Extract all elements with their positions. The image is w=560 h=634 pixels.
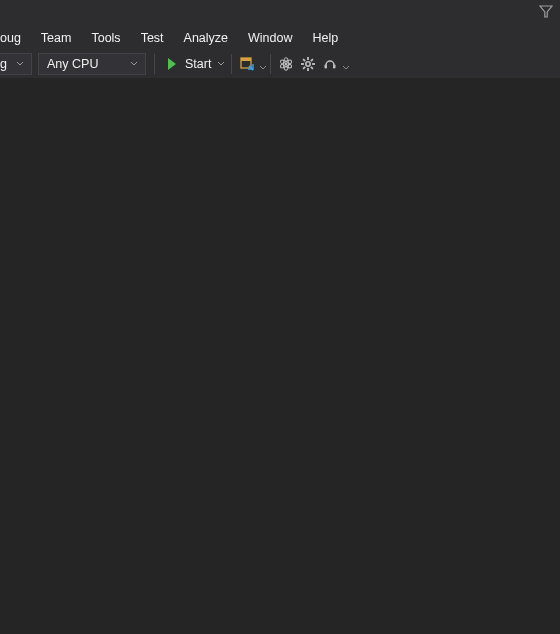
menu-label: oug [0,31,21,45]
svg-point-5 [285,63,288,66]
menu-label: Test [141,31,164,45]
menu-label: Help [313,31,339,45]
gear-icon [300,56,316,72]
svg-rect-1 [241,58,251,61]
menu-label: Team [41,31,72,45]
menu-window[interactable]: Window [238,28,302,48]
svg-rect-8 [308,68,310,71]
menu-label: Window [248,31,292,45]
separator [270,54,271,74]
menu-debug[interactable]: oug [0,28,31,48]
svg-rect-14 [311,66,314,69]
menu-bar: oug Team Tools Test Analyze Window Help [0,25,560,50]
overflow-caret[interactable] [341,53,351,75]
menu-tools[interactable]: Tools [81,28,130,48]
menu-help[interactable]: Help [303,28,349,48]
chevron-down-icon [13,53,27,75]
svg-rect-15 [325,65,328,69]
platform-combo-value: Any CPU [47,57,127,71]
chevron-down-icon [217,60,225,68]
settings-button[interactable] [297,53,319,75]
menu-team[interactable]: Team [31,28,82,48]
svg-rect-9 [301,63,304,65]
menu-label: Analyze [184,31,228,45]
svg-point-6 [306,62,310,66]
start-label: Start [185,57,211,71]
platform-combo[interactable]: Any CPU [38,53,146,75]
toolbar: g Any CPU Start [0,50,560,79]
svg-rect-10 [312,63,315,65]
document-area [0,78,560,634]
filter-icon[interactable] [538,4,554,20]
menu-label: Tools [91,31,120,45]
title-bar [0,0,560,25]
browser-link-icon [239,56,255,72]
svg-rect-13 [303,58,306,61]
svg-rect-7 [308,57,310,60]
config-combo[interactable]: g [0,53,32,75]
svg-rect-11 [311,58,314,61]
menu-test[interactable]: Test [131,28,174,48]
browser-link-button[interactable] [236,53,258,75]
config-combo-value: g [0,57,13,71]
play-icon [165,57,179,71]
atom-icon [278,56,294,72]
atom-button[interactable] [275,53,297,75]
chevron-down-icon [127,53,141,75]
separator [231,54,232,74]
feedback-icon [322,56,338,72]
menu-analyze[interactable]: Analyze [174,28,238,48]
svg-rect-16 [333,65,336,69]
svg-rect-12 [303,66,306,69]
separator [154,54,155,74]
overflow-caret[interactable] [258,53,268,75]
start-button[interactable]: Start [159,53,229,75]
feedback-button[interactable] [319,53,341,75]
